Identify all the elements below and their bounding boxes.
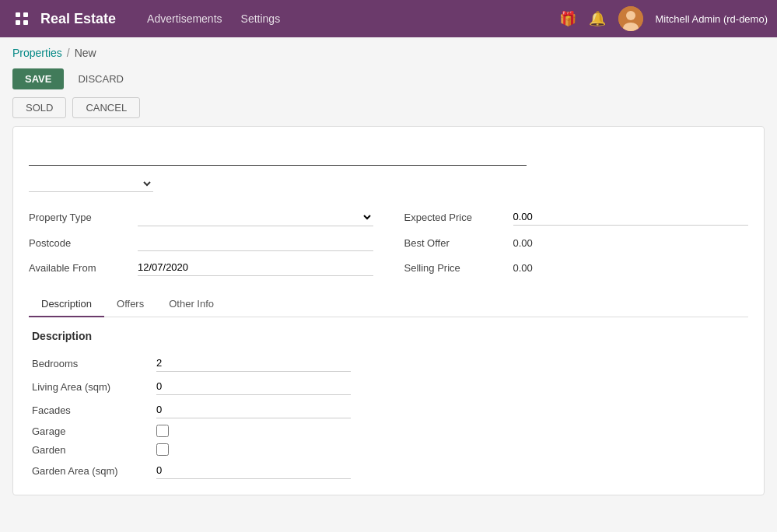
topnav-actions: 🎁 🔔 Mitchell Admin (rd-demo): [559, 6, 768, 31]
description-fields: Bedrooms Living Area (sqm) Facades Garag…: [32, 355, 745, 479]
property-type-field: Property Type: [29, 208, 373, 226]
facades-input[interactable]: [156, 401, 351, 418]
svg-rect-3: [23, 20, 28, 25]
bell-icon[interactable]: 🔔: [589, 10, 606, 27]
svg-rect-0: [16, 12, 20, 17]
breadcrumb-parent[interactable]: Properties: [12, 47, 62, 59]
living-area-input[interactable]: [156, 378, 351, 395]
available-from-input[interactable]: [138, 259, 373, 276]
available-from-field: Available From: [29, 259, 373, 276]
description-section-label: Description: [32, 330, 745, 342]
expected-price-input[interactable]: [513, 208, 749, 226]
garden-checkbox[interactable]: [156, 443, 169, 456]
garden-area-label: Garden Area (sqm): [32, 465, 149, 477]
facades-field: Facades: [32, 401, 745, 418]
property-type-select[interactable]: [138, 208, 373, 226]
svg-rect-2: [16, 20, 20, 25]
breadcrumb-separator: /: [67, 47, 70, 59]
postcode-label: Postcode: [29, 237, 130, 249]
user-label[interactable]: Mitchell Admin (rd-demo): [656, 13, 768, 25]
breadcrumb-current: New: [75, 47, 96, 59]
avatar[interactable]: [618, 6, 643, 31]
save-button[interactable]: SAVE: [12, 68, 64, 89]
sold-button[interactable]: SOLD: [12, 97, 66, 118]
postcode-input[interactable]: [138, 234, 373, 251]
best-offer-value: 0.00: [513, 237, 533, 249]
tag-row: [29, 175, 748, 192]
selling-price-value: 0.00: [513, 262, 533, 274]
discard-button[interactable]: DISCARD: [70, 68, 131, 89]
garden-area-field: Garden Area (sqm): [32, 462, 745, 479]
bedrooms-field: Bedrooms: [32, 355, 745, 372]
main-card: Property Type Expected Price Postcode Be…: [12, 126, 765, 495]
expected-price-field: Expected Price: [404, 208, 749, 226]
menu-settings[interactable]: Settings: [241, 12, 281, 25]
tab-description[interactable]: Description: [29, 292, 104, 317]
gift-icon[interactable]: 🎁: [559, 10, 576, 27]
selling-price-label: Selling Price: [404, 262, 506, 274]
available-from-label: Available From: [29, 262, 130, 274]
bedrooms-input[interactable]: [156, 355, 351, 372]
breadcrumb: Properties / New: [0, 37, 777, 64]
tag-select[interactable]: [29, 175, 153, 192]
living-area-label: Living Area (sqm): [32, 381, 149, 393]
garage-field: Garage: [32, 425, 745, 437]
cancel-button[interactable]: CANCEL: [72, 97, 140, 118]
app-title: Real Estate: [40, 11, 116, 27]
garage-label: Garage: [32, 425, 149, 437]
tabs: Description Offers Other Info: [29, 292, 748, 317]
grid-menu-icon[interactable]: [9, 6, 34, 31]
garden-field: Garden: [32, 443, 745, 456]
tab-offers[interactable]: Offers: [104, 292, 156, 317]
garage-checkbox[interactable]: [156, 425, 169, 437]
best-offer-label: Best Offer: [404, 237, 506, 249]
garden-area-input[interactable]: [156, 462, 351, 479]
fields-grid: Property Type Expected Price Postcode Be…: [29, 208, 748, 276]
facades-label: Facades: [32, 404, 149, 416]
topnav: Real Estate Advertisements Settings 🎁 🔔 …: [0, 0, 777, 37]
property-name-input[interactable]: [29, 142, 527, 166]
svg-point-5: [626, 11, 635, 20]
description-tab-content: Description Bedrooms Living Area (sqm) F…: [29, 330, 748, 479]
garden-label: Garden: [32, 444, 149, 456]
tab-other-info[interactable]: Other Info: [156, 292, 226, 317]
postcode-field: Postcode: [29, 234, 373, 251]
toolbar: SAVE DISCARD: [0, 64, 777, 97]
expected-price-label: Expected Price: [404, 212, 506, 223]
bedrooms-label: Bedrooms: [32, 358, 149, 369]
menu-advertisements[interactable]: Advertisements: [147, 12, 222, 25]
topnav-menu: Advertisements Settings: [147, 12, 558, 25]
best-offer-field: Best Offer 0.00: [404, 234, 749, 251]
living-area-field: Living Area (sqm): [32, 378, 745, 395]
svg-rect-1: [23, 12, 28, 17]
status-bar: SOLD CANCEL: [0, 97, 777, 126]
property-type-label: Property Type: [29, 212, 130, 223]
selling-price-field: Selling Price 0.00: [404, 259, 749, 276]
